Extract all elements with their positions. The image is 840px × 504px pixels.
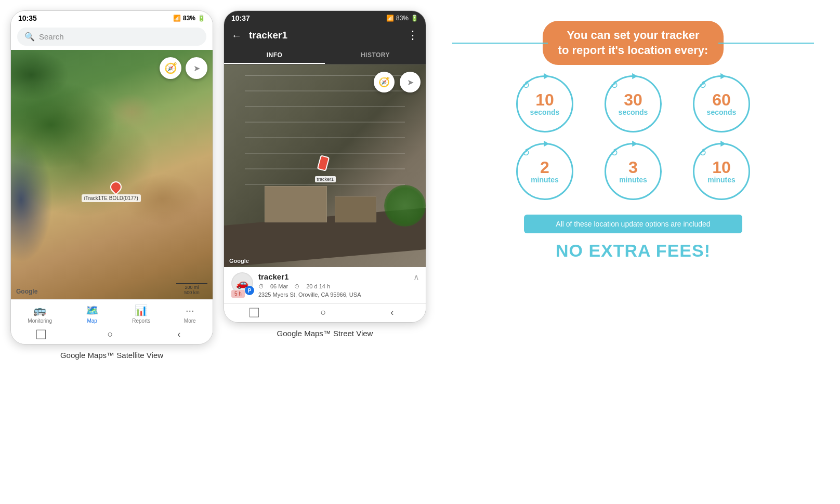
phone1-status-icons: 📶 83% 🔋 (173, 15, 205, 22)
arrow-10sec: ↺ (520, 77, 534, 91)
no-fees-banner: All of these location update options are… (524, 215, 742, 233)
search-icon: 🔍 (24, 32, 35, 42)
circle-number-60sec: 60 (712, 91, 731, 108)
tab-info[interactable]: INFO (224, 47, 325, 64)
phone1-scale-line (176, 283, 207, 284)
circle-unit-2min: minutes (531, 176, 559, 184)
phone2-google-logo: Google (229, 258, 249, 264)
phone2-avatar-badge: P (245, 286, 254, 295)
phone1-bottom-nav: 🚌 Monitoring 🗺️ Map 📊 Reports ··· More (11, 299, 213, 326)
phone1-compass-icon: 🧭 (164, 62, 177, 74)
phone2-time: 10:37 (231, 14, 250, 22)
phone1-compass-button[interactable]: 🧭 (160, 57, 181, 79)
map-label: Map (87, 318, 97, 324)
monitoring-label: Monitoring (28, 318, 52, 324)
phone1-signal-icon: 📶 (173, 15, 181, 22)
circle-number-3min: 3 (628, 159, 638, 176)
phone2-home-btn[interactable]: ○ (321, 307, 326, 318)
circle-number-10min: 10 (712, 159, 731, 176)
phone2-age-badge: 5 h (231, 290, 245, 298)
phone1-caption: Google Maps™ Satellite View (60, 351, 163, 360)
phone1-scale-200mi: 200 mi (176, 285, 207, 290)
circle-10sec: ↺ 10 seconds (508, 75, 581, 132)
phone2-tracker-details: tracker1 ⏱ 06 Mar ⏲ 20 d 14 h 2325 Myers… (258, 272, 418, 298)
circle-unit-10min: minutes (707, 176, 736, 184)
nav-reports[interactable]: 📊 Reports (132, 304, 150, 324)
circle-number-2min: 2 (540, 159, 549, 176)
phone2-address: 2325 Myers St, Oroville, CA 95966, USA (258, 291, 418, 298)
phone1-home-btn[interactable]: ○ (108, 329, 113, 340)
nav-more[interactable]: ··· More (184, 304, 196, 324)
info-title-badge: You can set your tracker to report it's … (543, 21, 724, 65)
phone2-status-bar: 10:37 📶 83% 🔋 (224, 11, 426, 24)
more-icon: ··· (186, 304, 194, 316)
reports-icon: 📊 (135, 304, 148, 316)
phone1-battery-icon: 🔋 (198, 15, 205, 22)
circle-60sec: ↺ 60 seconds (685, 75, 758, 132)
phone1-system-bar: ⃞ ○ ‹ (11, 326, 213, 344)
tab-history[interactable]: HISTORY (325, 47, 426, 64)
phone2-building2 (335, 196, 376, 222)
phone1-back-btn[interactable]: ‹ (177, 329, 180, 340)
phone2-aerial-map[interactable]: tracker1 🧭 ➤ Google (224, 64, 426, 267)
phone2-scroll-indicator: ∧ (413, 272, 419, 282)
phone1-navigate-button[interactable]: ➤ (186, 57, 207, 79)
circle-ring-60sec: ↺ 60 seconds (693, 75, 750, 132)
arrow-3min: ↺ (608, 145, 622, 159)
nav-monitoring[interactable]: 🚌 Monitoring (28, 304, 52, 324)
phone2-navigate-icon: ➤ (407, 77, 414, 87)
phone2: 10:37 📶 83% 🔋 ← tracker1 ⋮ INFO HISTORY (224, 10, 426, 323)
phone2-compass-icon: 🧭 (378, 76, 390, 88)
phone1-wrap: 10:35 📶 83% 🔋 🔍 Search 🧭 ➤ (10, 10, 213, 360)
phone2-status-icons: 📶 83% 🔋 (386, 15, 418, 22)
phone2-tracker-meta: ⏱ 06 Mar ⏲ 20 d 14 h (258, 283, 418, 289)
phone2-clock-icon: ⏱ (258, 283, 264, 289)
phone1: 10:35 📶 83% 🔋 🔍 Search 🧭 ➤ (10, 10, 213, 344)
phone2-signal-icon: 📶 (386, 15, 394, 22)
info-title-line2: to report it's location every: (558, 43, 708, 58)
phone2-battery-icon: 🔋 (411, 15, 418, 22)
phone2-back-button[interactable]: ← (231, 30, 242, 42)
phone1-google-logo: Google (16, 288, 37, 295)
no-extra-fees-text: NO EXTRA FEES! (556, 241, 711, 261)
phone1-satellite-map[interactable]: 🧭 ➤ iTrack1TE BOLD(0177) Google 200 mi 5… (11, 50, 213, 299)
more-label: More (184, 318, 196, 324)
circle-3min: ↺ 3 minutes (597, 143, 670, 200)
circle-10min: ↺ 10 minutes (685, 143, 758, 200)
arrow-30sec: ↺ (608, 77, 622, 91)
phone2-tracker-title: tracker1 (249, 30, 400, 41)
circle-unit-10sec: seconds (530, 108, 560, 116)
map-icon: 🗺️ (86, 304, 99, 316)
circle-ring-2min: ↺ 2 minutes (516, 143, 573, 200)
circle-number-30sec: 30 (624, 91, 642, 108)
phone2-compass-button[interactable]: 🧭 (374, 72, 395, 92)
phone2-aerial-label: tracker1 (315, 176, 336, 182)
circle-unit-30sec: seconds (619, 108, 648, 116)
phone2-back-sys-btn[interactable]: ‹ (390, 307, 393, 318)
circle-ring-3min: ↺ 3 minutes (605, 143, 662, 200)
phone1-search-bar: 🔍 Search (11, 24, 213, 50)
phone1-search-text: Search (39, 32, 64, 41)
phone2-wrap: 10:37 📶 83% 🔋 ← tracker1 ⋮ INFO HISTORY (224, 10, 426, 338)
arrow-60sec: ↺ (697, 77, 711, 91)
phone2-tabs: INFO HISTORY (224, 47, 426, 64)
circle-ring-10min: ↺ 10 minutes (693, 143, 750, 200)
phone2-navigate-button[interactable]: ➤ (400, 72, 421, 92)
phone2-menu-button[interactable]: ⋮ (407, 29, 418, 42)
circle-unit-60sec: seconds (707, 108, 737, 116)
phone1-search-box[interactable]: 🔍 Search (17, 28, 206, 46)
info-panel: You can set your tracker to report it's … (437, 10, 830, 271)
info-title-line1: You can set your tracker (558, 28, 708, 43)
phone1-pin-icon (108, 179, 124, 195)
phone1-time: 10:35 (18, 14, 37, 22)
phone2-app-header: ← tracker1 ⋮ (224, 24, 426, 47)
reports-label: Reports (132, 318, 150, 324)
circle-30sec: ↺ 30 seconds (597, 75, 670, 132)
phone2-tracker-info: 🚗 P tracker1 ⏱ 06 Mar ⏲ 20 d 14 h 2325 M… (224, 267, 426, 303)
phone2-battery-label: 83% (396, 15, 409, 22)
phone2-building1 (265, 186, 327, 222)
phone1-battery-label: 83% (183, 15, 195, 22)
nav-map[interactable]: 🗺️ Map (86, 304, 99, 324)
phone1-scale-bar: 200 mi 500 km (176, 283, 207, 295)
circle-ring-30sec: ↺ 30 seconds (605, 75, 662, 132)
